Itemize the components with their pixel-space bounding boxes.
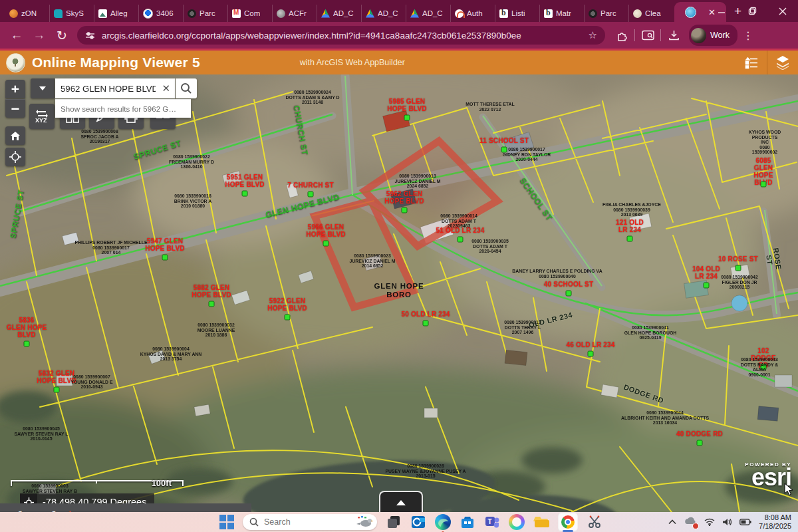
wifi-icon[interactable] — [704, 518, 715, 526]
gmail-favicon — [232, 9, 241, 18]
clear-favicon — [633, 9, 642, 18]
browser-tab[interactable]: ACFr — [272, 5, 317, 22]
browser-tab[interactable]: Auth — [450, 5, 495, 22]
chrome-logo — [561, 515, 575, 529]
mouse-cursor — [783, 483, 794, 496]
drive-favicon — [366, 9, 374, 18]
tab-label: Clea — [645, 9, 661, 17]
clear-search-icon[interactable]: ✕ — [157, 82, 175, 94]
url-text: arcgis.clearfieldco.org/ccportal/apps/we… — [102, 31, 589, 41]
browser-tab[interactable]: AD_C — [406, 5, 450, 22]
browser-tab[interactable]: Com — [227, 5, 272, 22]
drive-favicon — [410, 9, 419, 18]
volume-icon[interactable] — [722, 518, 732, 526]
profile-chip[interactable]: Work — [689, 25, 737, 46]
browser-tab[interactable]: AD_C — [317, 5, 361, 22]
tray-chevron-icon[interactable] — [668, 519, 676, 525]
back-button[interactable]: ← — [5, 28, 28, 43]
browser-tab[interactable]: Alleg — [94, 5, 138, 22]
search-button[interactable] — [176, 78, 197, 98]
forward-button[interactable]: → — [28, 28, 51, 43]
teams-icon[interactable]: T — [484, 514, 500, 530]
restore-button[interactable] — [737, 0, 767, 22]
tab-label: Com — [244, 9, 260, 17]
clock-date: 7/18/2025 — [759, 522, 791, 531]
svg-text:T: T — [488, 518, 492, 525]
search-box: ✕ — [55, 78, 175, 98]
pin-favicon — [143, 9, 153, 19]
sky-favicon — [54, 9, 63, 18]
extensions-icon[interactable] — [612, 26, 632, 45]
bookmark-star-icon[interactable]: ☆ — [589, 29, 597, 41]
browser-tab[interactable]: 3406 — [138, 5, 183, 22]
toolbar-divider — [634, 29, 635, 41]
tab-label: Matr — [556, 9, 571, 17]
edge-icon[interactable] — [435, 514, 451, 530]
taskbar-clock[interactable]: 8:08 AM 7/18/2025 — [759, 513, 791, 531]
file-explorer-icon[interactable] — [533, 514, 549, 530]
taskbar-search[interactable] — [243, 514, 377, 530]
browser-tab[interactable]: Matr — [539, 5, 584, 22]
page-title: Online Mapping Viewer 5 — [32, 55, 200, 70]
search-sidepanel-icon[interactable] — [638, 26, 658, 45]
search-icon — [249, 517, 259, 527]
microsoft-store-icon[interactable] — [460, 514, 475, 530]
search-source-dropdown[interactable] — [31, 78, 55, 98]
my-location-button[interactable] — [5, 148, 25, 166]
browser-tab[interactable]: Listi — [495, 5, 539, 22]
expand-attribution-button[interactable] — [379, 491, 423, 512]
tab-label: Parc — [200, 9, 215, 17]
browser-tab[interactable]: SkyS — [49, 5, 94, 22]
minimize-button[interactable] — [706, 0, 737, 22]
site-info-icon[interactable] — [85, 31, 95, 40]
legend-button[interactable] — [736, 51, 767, 74]
taskbar-center: T — [219, 513, 602, 531]
chrome-taskbar-icon[interactable] — [558, 513, 578, 531]
downloads-icon[interactable] — [664, 26, 684, 45]
app-header: Online Mapping Viewer 5 with ArcGIS Web … — [0, 49, 798, 74]
reload-button[interactable]: ↻ — [51, 28, 73, 43]
zoom-in-button[interactable]: + — [5, 80, 25, 98]
taskbar-search-input[interactable] — [263, 517, 354, 527]
browser-tabs: zONSkySAlleg3406ParcComACFrAD_CAD_CAD_CA… — [0, 0, 673, 22]
tab-label: Listi — [511, 9, 525, 17]
tab-label: ACFr — [289, 9, 307, 17]
browser-tab[interactable]: Clea — [628, 5, 673, 22]
browser-tab-strip: zONSkySAlleg3406ParcComACFrAD_CAD_CAD_CA… — [0, 0, 798, 22]
address-bar[interactable]: arcgis.clearfieldco.org/ccportal/apps/we… — [77, 26, 605, 45]
map-canvas[interactable]: 5985 GLEN HOPE BLVD11 SCHOOL ST6085 GLEN… — [0, 74, 798, 512]
toolbar-divider — [660, 29, 661, 41]
search-suggestion[interactable]: Show search results for 5962 G… — [55, 99, 191, 118]
tab-label: zON — [21, 9, 37, 17]
battery-icon[interactable] — [739, 519, 751, 525]
screen: zONSkySAlleg3406ParcComACFrAD_CAD_CAD_CA… — [0, 0, 798, 532]
outlook-icon[interactable] — [410, 514, 426, 530]
tab-label: AD_C — [422, 9, 443, 17]
dark-favicon — [589, 9, 597, 18]
browser-tab[interactable]: Parc — [584, 5, 628, 22]
layers-button[interactable] — [767, 51, 798, 74]
browser-tab[interactable]: AD_C — [361, 5, 406, 22]
onedrive-icon[interactable] — [684, 516, 697, 528]
browser-menu-icon[interactable]: ⋮ — [743, 29, 753, 42]
copilot-icon[interactable] — [509, 514, 525, 530]
home-extent-button[interactable] — [5, 126, 25, 145]
snipping-tool-icon[interactable] — [587, 514, 602, 530]
header-widgets — [736, 51, 798, 74]
clock-time: 8:08 AM — [759, 513, 791, 522]
close-window-button[interactable] — [767, 0, 798, 22]
search-input[interactable] — [55, 84, 157, 94]
start-button[interactable] — [219, 515, 234, 529]
task-view-icon[interactable] — [386, 514, 402, 530]
bright-favicon — [544, 9, 553, 18]
zone-favicon — [9, 9, 18, 18]
coordinate-conversion-button[interactable]: XYZ — [29, 104, 55, 129]
browser-tab[interactable]: zON — [5, 5, 49, 22]
browser-tab[interactable]: Parc — [183, 5, 227, 22]
windows-taskbar: T 8:08 AM 7/18/2025 — [0, 512, 798, 532]
gray-favicon — [277, 9, 285, 18]
zoom-out-button[interactable]: − — [5, 99, 25, 118]
bright-favicon — [499, 9, 508, 18]
search-doodle-bird — [354, 515, 374, 529]
tab-label: Alleg — [110, 9, 128, 17]
